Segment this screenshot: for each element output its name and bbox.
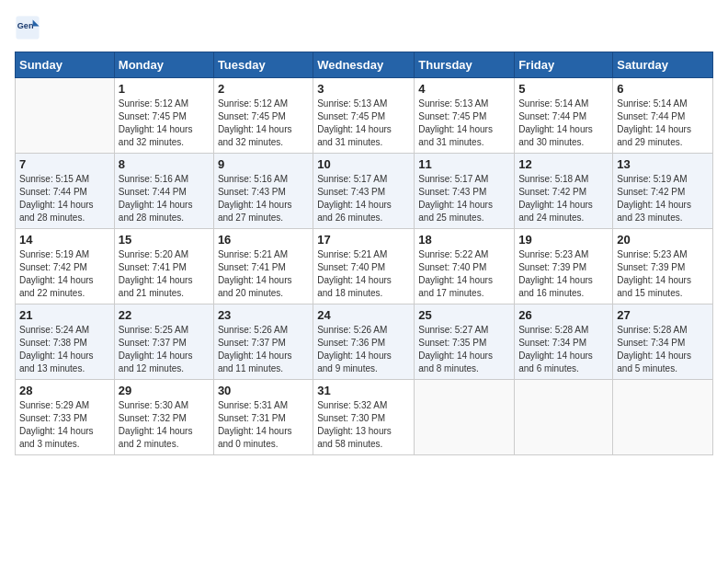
calendar-cell: 4Sunrise: 5:13 AMSunset: 7:45 PMDaylight…	[415, 78, 515, 154]
calendar-cell	[16, 78, 115, 154]
day-number: 24	[317, 308, 410, 322]
day-number: 2	[218, 82, 309, 96]
calendar-cell: 23Sunrise: 5:26 AMSunset: 7:37 PMDayligh…	[213, 304, 313, 380]
col-header-wednesday: Wednesday	[313, 52, 415, 78]
day-info: Sunrise: 5:25 AMSunset: 7:37 PMDaylight:…	[119, 324, 210, 375]
calendar-table: SundayMondayTuesdayWednesdayThursdayFrid…	[15, 52, 713, 455]
calendar-cell: 9Sunrise: 5:16 AMSunset: 7:43 PMDaylight…	[213, 154, 313, 229]
calendar-cell: 19Sunrise: 5:23 AMSunset: 7:39 PMDayligh…	[515, 229, 613, 304]
calendar-cell: 21Sunrise: 5:24 AMSunset: 7:38 PMDayligh…	[16, 304, 115, 380]
calendar-week-row: 7Sunrise: 5:15 AMSunset: 7:44 PMDaylight…	[16, 154, 713, 229]
col-header-friday: Friday	[515, 52, 613, 78]
calendar-cell: 24Sunrise: 5:26 AMSunset: 7:36 PMDayligh…	[313, 304, 415, 380]
calendar-cell: 3Sunrise: 5:13 AMSunset: 7:45 PMDaylight…	[313, 78, 415, 154]
calendar-cell: 2Sunrise: 5:12 AMSunset: 7:45 PMDaylight…	[213, 78, 313, 154]
day-info: Sunrise: 5:29 AMSunset: 7:33 PMDaylight:…	[19, 399, 110, 451]
calendar-cell: 18Sunrise: 5:22 AMSunset: 7:40 PMDayligh…	[415, 229, 515, 304]
calendar-cell	[613, 380, 713, 455]
calendar-cell: 30Sunrise: 5:31 AMSunset: 7:31 PMDayligh…	[213, 380, 313, 455]
day-number: 27	[617, 308, 709, 322]
calendar-cell: 15Sunrise: 5:20 AMSunset: 7:41 PMDayligh…	[114, 229, 213, 304]
day-info: Sunrise: 5:14 AMSunset: 7:44 PMDaylight:…	[617, 98, 709, 149]
day-number: 26	[518, 308, 609, 322]
day-info: Sunrise: 5:21 AMSunset: 7:40 PMDaylight:…	[317, 248, 410, 300]
calendar-cell: 27Sunrise: 5:28 AMSunset: 7:34 PMDayligh…	[613, 304, 713, 380]
calendar-cell: 1Sunrise: 5:12 AMSunset: 7:45 PMDaylight…	[114, 78, 213, 154]
calendar-week-row: 21Sunrise: 5:24 AMSunset: 7:38 PMDayligh…	[16, 304, 713, 380]
col-header-thursday: Thursday	[415, 52, 515, 78]
day-info: Sunrise: 5:24 AMSunset: 7:38 PMDaylight:…	[19, 324, 110, 375]
calendar-cell: 17Sunrise: 5:21 AMSunset: 7:40 PMDayligh…	[313, 229, 415, 304]
calendar-cell: 16Sunrise: 5:21 AMSunset: 7:41 PMDayligh…	[213, 229, 313, 304]
day-number: 8	[119, 157, 210, 171]
day-number: 14	[19, 233, 110, 247]
day-info: Sunrise: 5:26 AMSunset: 7:36 PMDaylight:…	[317, 324, 410, 375]
day-number: 11	[418, 157, 510, 171]
day-number: 21	[19, 308, 110, 322]
day-number: 13	[617, 157, 709, 171]
day-info: Sunrise: 5:13 AMSunset: 7:45 PMDaylight:…	[317, 98, 410, 149]
day-info: Sunrise: 5:13 AMSunset: 7:45 PMDaylight:…	[418, 98, 510, 149]
day-number: 23	[218, 308, 309, 322]
logo-icon: Gen	[15, 15, 40, 40]
calendar-week-row: 28Sunrise: 5:29 AMSunset: 7:33 PMDayligh…	[16, 380, 713, 455]
calendar-week-row: 14Sunrise: 5:19 AMSunset: 7:42 PMDayligh…	[16, 229, 713, 304]
calendar-cell: 22Sunrise: 5:25 AMSunset: 7:37 PMDayligh…	[114, 304, 213, 380]
day-info: Sunrise: 5:16 AMSunset: 7:44 PMDaylight:…	[119, 173, 210, 224]
day-info: Sunrise: 5:21 AMSunset: 7:41 PMDaylight:…	[218, 248, 309, 300]
day-info: Sunrise: 5:31 AMSunset: 7:31 PMDaylight:…	[218, 399, 309, 451]
day-number: 10	[317, 157, 410, 171]
day-info: Sunrise: 5:17 AMSunset: 7:43 PMDaylight:…	[317, 173, 410, 224]
day-number: 28	[19, 384, 110, 397]
day-number: 7	[19, 157, 110, 171]
calendar-cell: 13Sunrise: 5:19 AMSunset: 7:42 PMDayligh…	[613, 154, 713, 229]
col-header-monday: Monday	[114, 52, 213, 78]
day-info: Sunrise: 5:26 AMSunset: 7:37 PMDaylight:…	[218, 324, 309, 375]
day-info: Sunrise: 5:23 AMSunset: 7:39 PMDaylight:…	[617, 248, 709, 300]
day-number: 4	[418, 82, 510, 96]
day-info: Sunrise: 5:14 AMSunset: 7:44 PMDaylight:…	[518, 98, 609, 149]
calendar-cell	[515, 380, 613, 455]
svg-text:Gen: Gen	[17, 21, 34, 30]
day-number: 15	[119, 233, 210, 247]
day-number: 18	[418, 233, 510, 247]
day-number: 31	[317, 384, 410, 397]
day-info: Sunrise: 5:18 AMSunset: 7:42 PMDaylight:…	[518, 173, 609, 224]
day-number: 3	[317, 82, 410, 96]
day-info: Sunrise: 5:30 AMSunset: 7:32 PMDaylight:…	[119, 399, 210, 451]
col-header-saturday: Saturday	[613, 52, 713, 78]
calendar-cell: 10Sunrise: 5:17 AMSunset: 7:43 PMDayligh…	[313, 154, 415, 229]
day-info: Sunrise: 5:12 AMSunset: 7:45 PMDaylight:…	[218, 98, 309, 149]
day-info: Sunrise: 5:15 AMSunset: 7:44 PMDaylight:…	[19, 173, 110, 224]
day-number: 20	[617, 233, 709, 247]
calendar-cell: 8Sunrise: 5:16 AMSunset: 7:44 PMDaylight…	[114, 154, 213, 229]
col-header-tuesday: Tuesday	[213, 52, 313, 78]
day-number: 12	[518, 157, 609, 171]
day-info: Sunrise: 5:28 AMSunset: 7:34 PMDaylight:…	[518, 324, 609, 375]
calendar-cell: 12Sunrise: 5:18 AMSunset: 7:42 PMDayligh…	[515, 154, 613, 229]
calendar-cell: 25Sunrise: 5:27 AMSunset: 7:35 PMDayligh…	[415, 304, 515, 380]
day-info: Sunrise: 5:23 AMSunset: 7:39 PMDaylight:…	[518, 248, 609, 300]
day-info: Sunrise: 5:19 AMSunset: 7:42 PMDaylight:…	[19, 248, 110, 300]
day-info: Sunrise: 5:27 AMSunset: 7:35 PMDaylight:…	[418, 324, 510, 375]
day-number: 30	[218, 384, 309, 397]
day-number: 5	[518, 82, 609, 96]
day-number: 25	[418, 308, 510, 322]
calendar-cell: 14Sunrise: 5:19 AMSunset: 7:42 PMDayligh…	[16, 229, 115, 304]
day-number: 16	[218, 233, 309, 247]
calendar-cell: 11Sunrise: 5:17 AMSunset: 7:43 PMDayligh…	[415, 154, 515, 229]
day-info: Sunrise: 5:28 AMSunset: 7:34 PMDaylight:…	[617, 324, 709, 375]
day-info: Sunrise: 5:20 AMSunset: 7:41 PMDaylight:…	[119, 248, 210, 300]
day-number: 17	[317, 233, 410, 247]
calendar-cell: 6Sunrise: 5:14 AMSunset: 7:44 PMDaylight…	[613, 78, 713, 154]
day-number: 29	[119, 384, 210, 397]
page-header: Gen	[15, 15, 713, 40]
day-info: Sunrise: 5:12 AMSunset: 7:45 PMDaylight:…	[119, 98, 210, 149]
col-header-sunday: Sunday	[16, 52, 115, 78]
calendar-header-row: SundayMondayTuesdayWednesdayThursdayFrid…	[16, 52, 713, 78]
day-number: 9	[218, 157, 309, 171]
logo: Gen	[15, 15, 42, 40]
day-info: Sunrise: 5:32 AMSunset: 7:30 PMDaylight:…	[317, 399, 410, 451]
calendar-cell: 20Sunrise: 5:23 AMSunset: 7:39 PMDayligh…	[613, 229, 713, 304]
day-info: Sunrise: 5:22 AMSunset: 7:40 PMDaylight:…	[418, 248, 510, 300]
